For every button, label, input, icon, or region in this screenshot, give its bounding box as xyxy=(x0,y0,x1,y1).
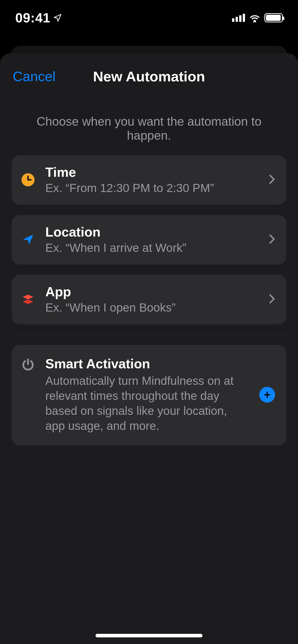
row-title: Time xyxy=(45,165,259,180)
chevron-right-icon xyxy=(269,234,275,245)
row-subtitle: Ex. “From 12:30 PM to 2:30 PM” xyxy=(45,181,259,195)
battery-icon xyxy=(264,13,283,22)
status-bar: 09:41 xyxy=(0,0,298,36)
power-icon xyxy=(20,357,36,372)
chevron-right-icon xyxy=(269,174,275,185)
section-header: Choose when you want the automation to h… xyxy=(13,114,285,142)
trigger-row-time[interactable]: Time Ex. “From 12:30 PM to 2:30 PM” xyxy=(12,155,286,205)
location-arrow-icon xyxy=(20,232,36,247)
smart-activation-title: Smart Activation xyxy=(45,356,248,371)
home-indicator[interactable] xyxy=(96,634,202,637)
smart-activation-row[interactable]: Smart Activation Automatically turn Mind… xyxy=(12,345,286,446)
row-subtitle: Ex. “When I open Books” xyxy=(45,301,259,315)
app-stack-icon xyxy=(20,292,36,307)
location-services-icon xyxy=(53,10,62,25)
divider xyxy=(12,334,286,335)
row-title: Location xyxy=(45,225,259,240)
new-automation-sheet: Cancel New Automation Choose when you wa… xyxy=(0,53,298,644)
row-title: App xyxy=(45,284,259,300)
smart-activation-description: Automatically turn Mindfulness on at rel… xyxy=(45,373,234,433)
clock-icon xyxy=(20,172,36,187)
wifi-icon xyxy=(249,12,261,23)
svg-point-0 xyxy=(254,20,256,22)
cellular-signal-icon xyxy=(232,14,245,22)
status-time: 09:41 xyxy=(15,10,50,25)
trigger-row-app[interactable]: App Ex. “When I open Books” xyxy=(12,275,286,324)
nav-bar: Cancel New Automation xyxy=(0,64,298,89)
page-title: New Automation xyxy=(93,68,205,85)
row-subtitle: Ex. “When I arrive at Work” xyxy=(45,241,259,255)
plus-icon xyxy=(263,390,272,399)
cancel-button[interactable]: Cancel xyxy=(13,68,56,84)
add-button[interactable] xyxy=(259,387,275,403)
chevron-right-icon xyxy=(269,294,275,305)
trigger-row-location[interactable]: Location Ex. “When I arrive at Work” xyxy=(12,215,286,265)
